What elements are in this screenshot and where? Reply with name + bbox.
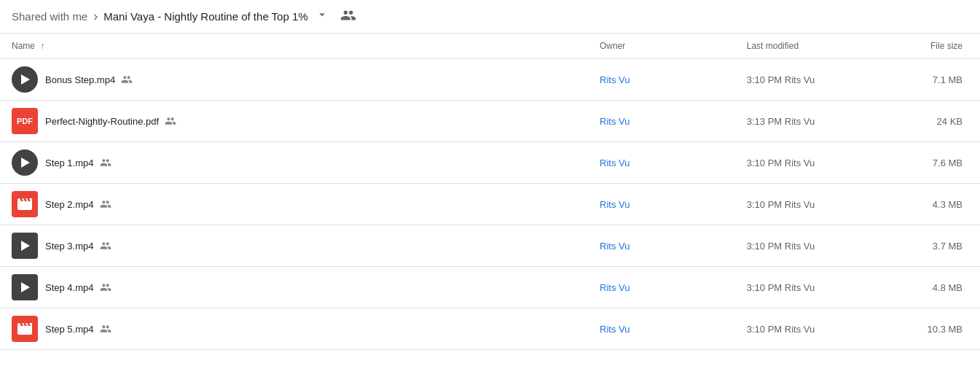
modified-cell: 3:10 PM Rits Vu	[735, 267, 882, 308]
film-icon	[12, 191, 38, 217]
file-name-text: Step 2.mp4	[45, 199, 94, 210]
size-cell: 4.8 MB	[882, 267, 981, 308]
owner-cell: Rits Vu	[588, 59, 735, 101]
pdf-icon: PDF	[12, 108, 38, 134]
file-name-text: Step 4.mp4	[45, 282, 94, 293]
table-row[interactable]: PDF Perfect-Nightly-Routine.pdf Rits Vu …	[0, 101, 980, 142]
col-header-modified[interactable]: Last modified	[735, 34, 882, 59]
modified-cell: 3:10 PM Rits Vu	[735, 308, 882, 350]
file-name-text: Bonus Step.mp4	[45, 74, 115, 85]
breadcrumb-dropdown-icon[interactable]	[315, 8, 329, 25]
file-name-cell[interactable]: Step 2.mp4	[0, 184, 588, 225]
video-circle-icon	[12, 149, 38, 176]
breadcrumb-parent[interactable]: Shared with me	[12, 10, 87, 23]
shared-icon	[100, 323, 111, 335]
table-row[interactable]: Step 2.mp4 Rits Vu 3:10 PM Rits Vu 4.3 M…	[0, 184, 980, 225]
file-type-icon	[12, 233, 38, 259]
file-name-cell[interactable]: PDF Perfect-Nightly-Routine.pdf	[0, 101, 588, 142]
col-header-owner[interactable]: Owner	[588, 34, 735, 59]
video-dark-icon	[12, 274, 38, 300]
file-name-cell[interactable]: Step 4.mp4	[0, 267, 588, 308]
breadcrumb-current: Mani Vaya - Nightly Routine of the Top 1…	[103, 10, 307, 23]
film-icon	[12, 316, 38, 342]
file-type-icon	[12, 316, 38, 342]
modified-cell: 3:10 PM Rits Vu	[735, 225, 882, 267]
size-cell: 7.6 MB	[882, 142, 981, 184]
owner-cell: Rits Vu	[588, 308, 735, 350]
video-circle-icon	[12, 66, 38, 93]
file-name-cell[interactable]: Bonus Step.mp4	[0, 59, 588, 101]
video-dark-icon	[12, 233, 38, 259]
modified-cell: 3:10 PM Rits Vu	[735, 184, 882, 225]
size-cell: 24 KB	[882, 101, 981, 142]
owner-cell: Rits Vu	[588, 101, 735, 142]
file-name-text: Step 3.mp4	[45, 241, 94, 252]
table-row[interactable]: Bonus Step.mp4 Rits Vu 3:10 PM Rits Vu 7…	[0, 59, 980, 101]
file-type-icon	[12, 191, 38, 217]
file-type-icon: PDF	[12, 108, 38, 134]
shared-icon	[100, 198, 111, 211]
file-name-cell[interactable]: Step 5.mp4	[0, 308, 588, 350]
file-table: Name ↑ Owner Last modified File size Bon…	[0, 34, 980, 350]
modified-cell: 3:10 PM Rits Vu	[735, 142, 882, 184]
table-header-row: Name ↑ Owner Last modified File size	[0, 34, 980, 59]
owner-cell: Rits Vu	[588, 142, 735, 184]
file-type-icon	[12, 66, 38, 93]
file-name-text: Perfect-Nightly-Routine.pdf	[45, 116, 159, 127]
owner-cell: Rits Vu	[588, 184, 735, 225]
shared-icon	[121, 74, 133, 86]
shared-icon	[100, 281, 111, 294]
table-row[interactable]: Step 1.mp4 Rits Vu 3:10 PM Rits Vu 7.6 M…	[0, 142, 980, 184]
size-cell: 7.1 MB	[882, 59, 981, 101]
shared-icon	[100, 240, 111, 252]
size-cell: 3.7 MB	[882, 225, 981, 267]
breadcrumb: Shared with me › Mani Vaya - Nightly Rou…	[0, 0, 980, 34]
shared-icon	[100, 157, 111, 169]
file-name-text: Step 1.mp4	[45, 158, 94, 168]
file-type-icon	[12, 149, 38, 176]
table-row[interactable]: Step 3.mp4 Rits Vu 3:10 PM Rits Vu 3.7 M…	[0, 225, 980, 267]
file-name-cell[interactable]: Step 3.mp4	[0, 225, 588, 267]
file-name-text: Step 5.mp4	[45, 324, 94, 335]
table-row[interactable]: Step 5.mp4 Rits Vu 3:10 PM Rits Vu 10.3 …	[0, 308, 980, 350]
modified-cell: 3:13 PM Rits Vu	[735, 101, 882, 142]
modified-cell: 3:10 PM Rits Vu	[735, 59, 882, 101]
col-header-size[interactable]: File size	[882, 34, 981, 59]
breadcrumb-people-icon[interactable]	[340, 7, 356, 26]
sort-icon: ↑	[40, 41, 44, 51]
owner-cell: Rits Vu	[588, 225, 735, 267]
size-cell: 10.3 MB	[882, 308, 981, 350]
breadcrumb-separator: ›	[93, 9, 98, 24]
col-header-name[interactable]: Name ↑	[0, 34, 588, 59]
file-type-icon	[12, 274, 38, 300]
table-row[interactable]: Step 4.mp4 Rits Vu 3:10 PM Rits Vu 4.8 M…	[0, 267, 980, 308]
file-name-cell[interactable]: Step 1.mp4	[0, 142, 588, 184]
shared-icon	[165, 115, 176, 128]
owner-cell: Rits Vu	[588, 267, 735, 308]
size-cell: 4.3 MB	[882, 184, 981, 225]
